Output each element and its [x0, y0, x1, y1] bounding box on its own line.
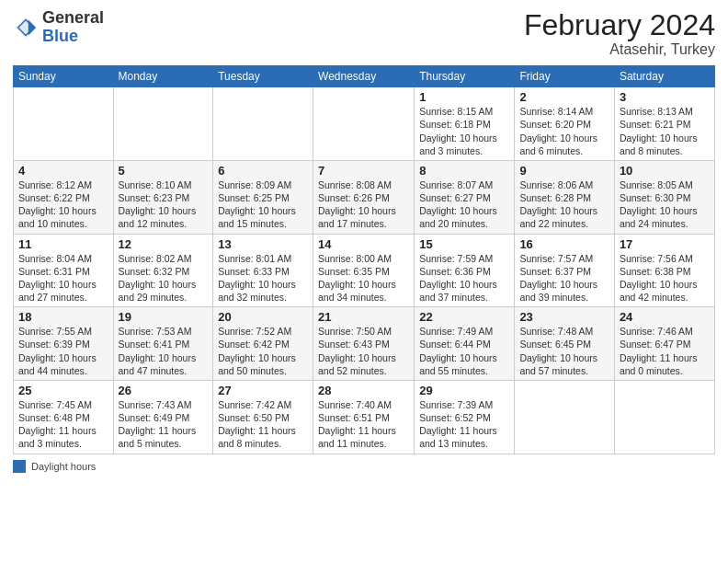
day-info: Sunrise: 8:14 AM Sunset: 6:20 PM Dayligh…: [519, 105, 609, 157]
calendar-cell: 21Sunrise: 7:50 AM Sunset: 6:43 PM Dayli…: [313, 307, 415, 381]
footer: Daylight hours: [13, 460, 715, 473]
day-info: Sunrise: 8:04 AM Sunset: 6:31 PM Dayligh…: [18, 252, 108, 304]
calendar-cell: 13Sunrise: 8:01 AM Sunset: 6:33 PM Dayli…: [213, 234, 313, 307]
page: General Blue February 2024 Atasehir, Tur…: [0, 0, 728, 563]
title-block: February 2024 Atasehir, Turkey: [524, 9, 715, 58]
day-number: 26: [119, 384, 209, 397]
calendar-cell: 3Sunrise: 8:13 AM Sunset: 6:21 PM Daylig…: [614, 87, 714, 161]
day-info: Sunrise: 8:02 AM Sunset: 6:32 PM Dayligh…: [119, 252, 209, 304]
day-info: Sunrise: 8:12 AM Sunset: 6:22 PM Dayligh…: [18, 178, 108, 231]
day-number: 1: [419, 90, 509, 104]
day-info: Sunrise: 7:45 AM Sunset: 6:48 PM Dayligh…: [18, 398, 108, 451]
calendar-cell: 10Sunrise: 8:05 AM Sunset: 6:30 PM Dayli…: [614, 160, 714, 234]
day-info: Sunrise: 8:00 AM Sunset: 6:35 PM Dayligh…: [318, 252, 409, 304]
calendar-cell: [14, 87, 114, 161]
day-info: Sunrise: 8:09 AM Sunset: 6:25 PM Dayligh…: [218, 178, 308, 231]
day-info: Sunrise: 8:07 AM Sunset: 6:27 PM Dayligh…: [419, 178, 509, 231]
calendar-cell: 7Sunrise: 8:08 AM Sunset: 6:26 PM Daylig…: [313, 160, 415, 234]
day-number: 9: [519, 164, 609, 178]
calendar-week-0: 1Sunrise: 8:15 AM Sunset: 6:18 PM Daylig…: [14, 87, 715, 161]
calendar-cell: 27Sunrise: 7:42 AM Sunset: 6:50 PM Dayli…: [213, 380, 313, 454]
day-info: Sunrise: 7:46 AM Sunset: 6:47 PM Dayligh…: [620, 325, 710, 377]
day-number: 5: [119, 164, 209, 178]
calendar-header-wednesday: Wednesday: [313, 66, 415, 87]
day-info: Sunrise: 7:59 AM Sunset: 6:36 PM Dayligh…: [419, 252, 509, 304]
calendar-cell: [515, 380, 615, 454]
calendar-cell: 19Sunrise: 7:53 AM Sunset: 6:41 PM Dayli…: [113, 307, 213, 381]
day-info: Sunrise: 8:08 AM Sunset: 6:26 PM Dayligh…: [318, 178, 409, 231]
day-info: Sunrise: 7:50 AM Sunset: 6:43 PM Dayligh…: [318, 325, 409, 377]
day-info: Sunrise: 7:57 AM Sunset: 6:37 PM Dayligh…: [519, 252, 609, 304]
calendar-cell: 5Sunrise: 8:10 AM Sunset: 6:23 PM Daylig…: [113, 160, 213, 234]
day-number: 25: [18, 384, 108, 397]
calendar-header-monday: Monday: [113, 66, 213, 87]
calendar-cell: 1Sunrise: 8:15 AM Sunset: 6:18 PM Daylig…: [415, 87, 515, 161]
day-number: 20: [218, 310, 308, 324]
day-number: 28: [318, 384, 409, 397]
day-info: Sunrise: 8:01 AM Sunset: 6:33 PM Dayligh…: [218, 252, 308, 304]
day-info: Sunrise: 8:06 AM Sunset: 6:28 PM Dayligh…: [519, 178, 609, 231]
calendar-cell: [113, 87, 213, 161]
calendar-cell: 12Sunrise: 8:02 AM Sunset: 6:32 PM Dayli…: [113, 234, 213, 307]
day-number: 18: [18, 310, 108, 324]
calendar-cell: 8Sunrise: 8:07 AM Sunset: 6:27 PM Daylig…: [415, 160, 515, 234]
calendar-header-sunday: Sunday: [14, 66, 114, 87]
svg-marker-2: [28, 19, 36, 35]
day-info: Sunrise: 8:05 AM Sunset: 6:30 PM Dayligh…: [620, 178, 710, 231]
day-number: 13: [218, 237, 308, 251]
day-number: 7: [318, 164, 409, 178]
calendar-cell: [614, 380, 714, 454]
header: General Blue February 2024 Atasehir, Tur…: [13, 9, 715, 58]
day-info: Sunrise: 7:52 AM Sunset: 6:42 PM Dayligh…: [218, 325, 308, 377]
calendar-cell: 23Sunrise: 7:48 AM Sunset: 6:45 PM Dayli…: [515, 307, 615, 381]
day-info: Sunrise: 7:40 AM Sunset: 6:51 PM Dayligh…: [318, 398, 409, 451]
calendar-header-row: SundayMondayTuesdayWednesdayThursdayFrid…: [14, 66, 715, 87]
calendar-cell: 28Sunrise: 7:40 AM Sunset: 6:51 PM Dayli…: [313, 380, 415, 454]
day-number: 27: [218, 384, 308, 397]
day-info: Sunrise: 7:42 AM Sunset: 6:50 PM Dayligh…: [218, 398, 308, 451]
logo-text: General Blue: [42, 9, 104, 46]
calendar-cell: 6Sunrise: 8:09 AM Sunset: 6:25 PM Daylig…: [213, 160, 313, 234]
calendar-cell: 14Sunrise: 8:00 AM Sunset: 6:35 PM Dayli…: [313, 234, 415, 307]
day-number: 12: [119, 237, 209, 251]
calendar-header-thursday: Thursday: [415, 66, 515, 87]
day-number: 19: [119, 310, 209, 324]
generalblue-logo-icon: [13, 15, 39, 40]
day-number: 8: [419, 164, 509, 178]
calendar-header-tuesday: Tuesday: [213, 66, 313, 87]
day-info: Sunrise: 8:13 AM Sunset: 6:21 PM Dayligh…: [620, 105, 710, 157]
calendar-cell: 17Sunrise: 7:56 AM Sunset: 6:38 PM Dayli…: [614, 234, 714, 307]
calendar-header-saturday: Saturday: [614, 66, 714, 87]
day-number: 15: [419, 237, 509, 251]
calendar-cell: 15Sunrise: 7:59 AM Sunset: 6:36 PM Dayli…: [415, 234, 515, 307]
calendar-cell: 18Sunrise: 7:55 AM Sunset: 6:39 PM Dayli…: [14, 307, 114, 381]
calendar-cell: 20Sunrise: 7:52 AM Sunset: 6:42 PM Dayli…: [213, 307, 313, 381]
day-number: 2: [519, 90, 609, 104]
calendar-cell: [313, 87, 415, 161]
day-number: 11: [18, 237, 108, 251]
calendar-cell: 24Sunrise: 7:46 AM Sunset: 6:47 PM Dayli…: [614, 307, 714, 381]
day-info: Sunrise: 7:55 AM Sunset: 6:39 PM Dayligh…: [18, 325, 108, 377]
day-number: 3: [620, 90, 710, 104]
logo: General Blue: [13, 9, 104, 46]
day-info: Sunrise: 7:39 AM Sunset: 6:52 PM Dayligh…: [419, 398, 509, 451]
day-info: Sunrise: 7:48 AM Sunset: 6:45 PM Dayligh…: [519, 325, 609, 377]
calendar-cell: 25Sunrise: 7:45 AM Sunset: 6:48 PM Dayli…: [14, 380, 114, 454]
subtitle: Atasehir, Turkey: [524, 41, 715, 58]
day-number: 16: [519, 237, 609, 251]
main-title: February 2024: [524, 9, 715, 41]
calendar-table: SundayMondayTuesdayWednesdayThursdayFrid…: [13, 65, 715, 454]
day-info: Sunrise: 8:10 AM Sunset: 6:23 PM Dayligh…: [119, 178, 209, 231]
calendar-header-friday: Friday: [515, 66, 615, 87]
day-number: 4: [18, 164, 108, 178]
calendar-week-3: 18Sunrise: 7:55 AM Sunset: 6:39 PM Dayli…: [14, 307, 715, 381]
day-number: 14: [318, 237, 409, 251]
day-number: 10: [620, 164, 710, 178]
logo-general: General: [42, 8, 104, 27]
day-number: 17: [620, 237, 710, 251]
day-number: 23: [519, 310, 609, 324]
calendar-week-2: 11Sunrise: 8:04 AM Sunset: 6:31 PM Dayli…: [14, 234, 715, 307]
day-info: Sunrise: 8:15 AM Sunset: 6:18 PM Dayligh…: [419, 105, 509, 157]
calendar-cell: [213, 87, 313, 161]
day-number: 21: [318, 310, 409, 324]
